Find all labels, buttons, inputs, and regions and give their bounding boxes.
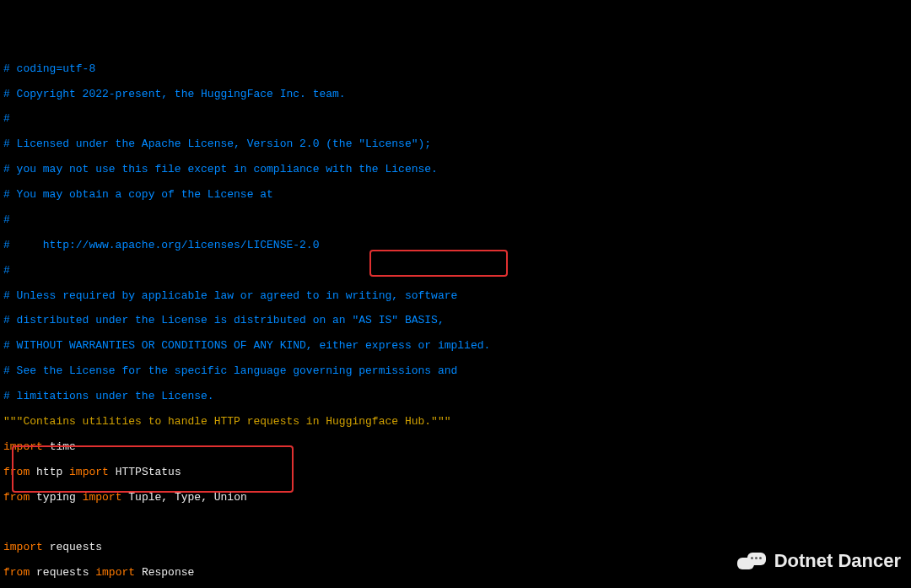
import-line: import time — [3, 441, 908, 454]
comment-line: # Copyright 2022-present, the HuggingFac… — [3, 89, 908, 101]
code-block: # coding=utf-8 # Copyright 2022-present,… — [0, 51, 911, 588]
comment-line: # See the License for the specific langu… — [3, 365, 908, 378]
comment-line: # coding=utf-8 — [3, 63, 908, 76]
comment-line: # you may not use this file except in co… — [3, 164, 908, 176]
watermark-text: Dotnet Dancer — [774, 550, 901, 571]
comment-line: # WITHOUT WARRANTIES OR CONDITIONS OF AN… — [3, 340, 908, 353]
module-docstring: """Contains utilities to handle HTTP req… — [3, 416, 908, 429]
comment-line: # http://www.apache.org/licenses/LICENSE… — [3, 240, 908, 252]
comment-line: # distributed under the License is distr… — [3, 315, 908, 327]
comment-line: # — [3, 265, 908, 278]
import-line: from http import HTTPStatus — [3, 467, 908, 479]
comment-line: # — [3, 113, 908, 126]
watermark: Dotnet Dancer — [737, 549, 901, 573]
comment-line: # — [3, 214, 908, 227]
import-line: from typing import Tuple, Type, Union — [3, 492, 908, 504]
comment-line: # Unless required by applicable law or a… — [3, 290, 908, 303]
comment-line: # You may obtain a copy of the License a… — [3, 189, 908, 202]
wechat-icon — [737, 549, 766, 573]
comment-line: # Licensed under the Apache License, Ver… — [3, 138, 908, 151]
comment-line: # limitations under the License. — [3, 391, 908, 403]
